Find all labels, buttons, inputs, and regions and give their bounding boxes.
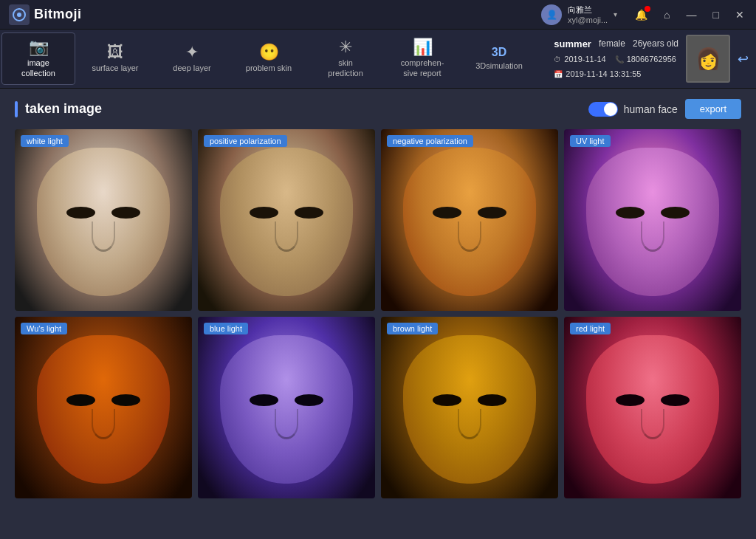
tab-label: deep layer	[173, 63, 210, 73]
tab-deep-layer[interactable]: ✦ deep layer	[155, 32, 229, 85]
tab-label: imagecollection	[21, 58, 55, 78]
image-label-red-light: red light	[570, 323, 611, 334]
face-oval	[586, 148, 719, 297]
eye-left	[250, 207, 279, 219]
image-cell-negative-polarization[interactable]: negative polarization	[381, 129, 558, 311]
section-title: taken image	[25, 101, 102, 117]
image-label-uv-light: UV light	[570, 135, 611, 147]
nose	[458, 222, 481, 251]
eye-left	[66, 394, 96, 406]
face-oval	[37, 148, 170, 297]
tab-problem-skin[interactable]: 😶 problem skin	[232, 32, 306, 85]
tab-label: surface layer	[92, 63, 139, 73]
image-cell-blue-light[interactable]: blue light	[198, 317, 375, 498]
problem-skin-icon: 😶	[259, 44, 279, 61]
tabbar: 📷 imagecollection 🖼 surface layer ✦ deep…	[0, 30, 756, 89]
svg-point-1	[17, 13, 21, 17]
eye-left	[66, 207, 96, 219]
home-button[interactable]: ⌂	[661, 6, 673, 24]
tab-surface-layer[interactable]: 🖼 surface layer	[78, 32, 152, 85]
clock-icon: ⏱	[554, 53, 561, 66]
app-title: Bitmoji	[34, 7, 82, 22]
tab-image-collection[interactable]: 📷 imagecollection	[1, 32, 75, 85]
tab-3dsimulation[interactable]: 3D 3Dsimulation	[462, 32, 536, 85]
face-oval	[403, 148, 536, 297]
report-icon: 📊	[413, 39, 433, 55]
toggle-label: human face	[624, 103, 678, 115]
user-datetime: 2019-11-14 13:31:55	[566, 67, 641, 82]
refresh-button[interactable]: ↩	[738, 51, 749, 67]
app-logo-area: Bitmoji	[9, 4, 541, 25]
phone-icon: 📞	[615, 53, 624, 66]
nose	[275, 222, 298, 251]
user-gender: female	[599, 36, 625, 52]
eye-left	[433, 207, 462, 219]
image-label-blue-light: blue light	[204, 323, 248, 334]
user-email: xyl@moji...	[568, 16, 608, 24]
app-logo-icon	[9, 4, 30, 25]
image-label-negative-polarization: negative polarization	[387, 135, 473, 147]
nose	[641, 409, 664, 439]
user-name: 向雅兰	[568, 4, 608, 16]
titlebar-user: 👤 向雅兰 xyl@moji... ▾	[541, 4, 617, 25]
tab-label: problem skin	[246, 63, 292, 73]
image-grid: white light positive polarization negati…	[15, 129, 741, 498]
eye-right	[661, 207, 690, 219]
3d-icon: 3D	[492, 47, 506, 58]
tab-label: 3Dsimulation	[475, 61, 523, 71]
notification-button[interactable]: 🔔	[632, 6, 650, 24]
chevron-down-icon: ▾	[614, 10, 617, 18]
nose	[641, 222, 664, 251]
nose	[458, 409, 481, 439]
close-button[interactable]: ✕	[732, 6, 747, 24]
surface-layer-icon: 🖼	[107, 44, 123, 61]
image-label-white-light: white light	[21, 135, 69, 147]
image-label-brown-light: brown light	[387, 323, 438, 334]
face-oval	[220, 148, 353, 297]
human-face-toggle[interactable]	[588, 102, 618, 117]
nose	[92, 409, 115, 439]
titlebar-actions: 🔔 ⌂ — □ ✕	[632, 6, 747, 24]
eye-right	[295, 207, 324, 219]
tab-label: skinprediction	[328, 58, 363, 78]
face-oval	[586, 335, 719, 484]
nose	[275, 409, 298, 439]
image-cell-red-light[interactable]: red light	[564, 317, 741, 498]
eye-right	[478, 394, 507, 406]
user-thumbnail: 👩	[686, 35, 730, 83]
eye-left	[616, 394, 645, 406]
minimize-button[interactable]: —	[684, 6, 700, 24]
user-info: 向雅兰 xyl@moji...	[568, 4, 608, 24]
image-cell-wus-light[interactable]: Wu's light	[15, 317, 192, 498]
image-label-wus-light: Wu's light	[21, 323, 67, 334]
eye-right	[295, 394, 324, 406]
nose	[92, 222, 115, 251]
image-cell-white-light[interactable]: white light	[15, 129, 192, 311]
export-button[interactable]: export	[685, 99, 741, 119]
face-oval	[220, 335, 353, 484]
section-bar-decoration	[15, 101, 18, 117]
tab-label: comprehen-sive report	[401, 58, 444, 78]
toggle-container: human face	[588, 102, 678, 117]
maximize-button[interactable]: □	[710, 6, 722, 24]
deep-layer-icon: ✦	[185, 44, 199, 61]
section-header: taken image human face export	[15, 99, 741, 119]
eye-right	[661, 394, 690, 406]
image-cell-uv-light[interactable]: UV light	[564, 129, 741, 311]
face-oval	[403, 335, 536, 484]
face-oval	[37, 335, 170, 484]
tab-comprehensive-report[interactable]: 📊 comprehen-sive report	[385, 32, 459, 85]
image-label-positive-polarization: positive polarization	[204, 135, 287, 147]
image-cell-positive-polarization[interactable]: positive polarization	[198, 129, 375, 311]
skin-prediction-icon: ✳	[339, 39, 352, 55]
titlebar: Bitmoji 👤 向雅兰 xyl@moji... ▾ 🔔 ⌂ — □ ✕	[0, 0, 756, 30]
avatar: 👤	[541, 4, 562, 25]
tab-skin-prediction[interactable]: ✳ skinprediction	[309, 32, 382, 85]
notification-badge	[645, 6, 650, 12]
eye-right	[111, 394, 141, 406]
image-cell-brown-light[interactable]: brown light	[381, 317, 558, 498]
user-date1: 2019-11-14	[564, 52, 605, 67]
main-content: taken image human face export white ligh…	[0, 89, 756, 509]
user-phone: 18066762956	[627, 52, 676, 67]
eye-left	[616, 207, 645, 219]
